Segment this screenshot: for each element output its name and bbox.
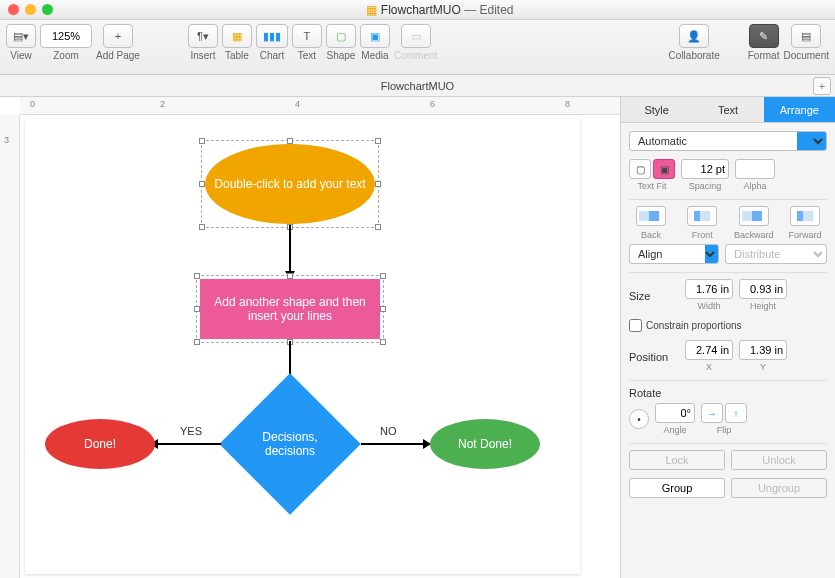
flowchart-process-rect[interactable]: Add another shape and then insert your l… xyxy=(200,279,380,339)
comment-icon: ▭ xyxy=(411,30,421,43)
flowchart-start-oval[interactable]: Double-click to add your text xyxy=(205,144,375,224)
document-tab[interactable]: FlowchartMUO xyxy=(381,80,454,92)
resize-handle[interactable] xyxy=(380,273,386,279)
document-button[interactable]: ▤ xyxy=(791,24,821,48)
align-select[interactable]: Align xyxy=(629,244,719,264)
main-area: 0 2 4 6 8 3 Double-click to add your tex… xyxy=(0,97,835,578)
window-controls xyxy=(8,4,53,15)
text-fit-auto-button[interactable]: ▣ xyxy=(653,159,675,179)
zoom-input[interactable] xyxy=(40,24,92,48)
view-button[interactable]: ▤ ▾ xyxy=(6,24,36,48)
media-button[interactable]: ▣ xyxy=(360,24,390,48)
zoom-group: Zoom xyxy=(40,24,92,61)
document-name: FlowchartMUO xyxy=(381,3,461,17)
insert-button[interactable]: ¶ ▾ xyxy=(188,24,218,48)
size-label: Size xyxy=(629,290,679,302)
view-icon: ▤ xyxy=(13,30,23,43)
close-icon[interactable] xyxy=(8,4,19,15)
collaborate-icon: 👤 xyxy=(687,30,701,43)
ungroup-button[interactable]: Ungroup xyxy=(731,478,827,498)
ruler-horizontal: 0 2 4 6 8 xyxy=(20,97,620,115)
format-label: Format xyxy=(748,50,780,61)
add-page-button[interactable]: + xyxy=(103,24,133,48)
text-wrap-select[interactable]: Automatic xyxy=(629,131,827,151)
resize-handle[interactable] xyxy=(380,306,386,312)
group-button[interactable]: Group xyxy=(629,478,725,498)
arrow-connector[interactable] xyxy=(157,443,221,445)
arrow-connector[interactable] xyxy=(289,225,291,273)
add-page-label: Add Page xyxy=(96,50,140,61)
table-icon: ▦ xyxy=(232,30,242,43)
comment-button[interactable]: ▭ xyxy=(401,24,431,48)
chart-button[interactable]: ▮▮▮ xyxy=(256,24,288,48)
resize-handle[interactable] xyxy=(199,224,205,230)
unlock-button[interactable]: Unlock xyxy=(731,450,827,470)
minimize-icon[interactable] xyxy=(25,4,36,15)
tab-style[interactable]: Style xyxy=(621,97,692,123)
decision-label-no: NO xyxy=(380,425,397,437)
flip-vertical-button[interactable]: ↑ xyxy=(725,403,747,423)
page[interactable]: Double-click to add your text Add anothe… xyxy=(25,119,580,574)
lock-button[interactable]: Lock xyxy=(629,450,725,470)
collaborate-button[interactable]: 👤 xyxy=(679,24,709,48)
zoom-label: Zoom xyxy=(53,50,79,61)
resize-handle[interactable] xyxy=(375,138,381,144)
text-fit-none-button[interactable]: ▢ xyxy=(629,159,651,179)
height-input[interactable] xyxy=(739,279,787,299)
tab-arrange[interactable]: Arrange xyxy=(764,97,835,123)
front-label: Front xyxy=(692,230,713,240)
comment-label: Comment xyxy=(394,50,437,61)
flip-label: Flip xyxy=(717,425,732,435)
document-status: Edited xyxy=(480,3,514,17)
send-backward-button[interactable] xyxy=(739,206,769,226)
resize-handle[interactable] xyxy=(380,339,386,345)
flowchart-decision-diamond[interactable]: Decisions, decisions xyxy=(219,373,360,514)
bring-forward-button[interactable] xyxy=(790,206,820,226)
canvas[interactable]: 0 2 4 6 8 3 Double-click to add your tex… xyxy=(0,97,620,578)
angle-input[interactable] xyxy=(655,403,695,423)
toolbar: ▤ ▾ View Zoom + Add Page ¶ ▾Insert ▦Tabl… xyxy=(0,20,835,75)
text-button[interactable]: T xyxy=(292,24,322,48)
resize-handle[interactable] xyxy=(199,138,205,144)
text-fit-label: Text Fit xyxy=(637,181,666,191)
width-label: Width xyxy=(697,301,720,311)
shape-label: Shape xyxy=(326,50,355,61)
constrain-label: Constrain proportions xyxy=(646,320,742,331)
width-input[interactable] xyxy=(685,279,733,299)
x-input[interactable] xyxy=(685,340,733,360)
resize-handle[interactable] xyxy=(375,181,381,187)
flip-horizontal-button[interactable]: → xyxy=(701,403,723,423)
bring-front-button[interactable] xyxy=(687,206,717,226)
insert-label: Insert xyxy=(190,50,215,61)
media-icon: ▣ xyxy=(370,30,380,43)
resize-handle[interactable] xyxy=(194,339,200,345)
window-title: ▦ FlowchartMUO — Edited xyxy=(53,3,827,17)
shape-button[interactable]: ▢ xyxy=(326,24,356,48)
inspector-body: Automatic ▢▣Text Fit Spacing Alpha Back … xyxy=(621,123,835,514)
distribute-select[interactable]: Distribute xyxy=(725,244,827,264)
position-label: Position xyxy=(629,351,679,363)
alpha-input[interactable] xyxy=(735,159,775,179)
fullscreen-icon[interactable] xyxy=(42,4,53,15)
send-back-button[interactable] xyxy=(636,206,666,226)
spacing-input[interactable] xyxy=(681,159,729,179)
text-label: Text xyxy=(298,50,316,61)
flowchart-end-notdone[interactable]: Not Done! xyxy=(430,419,540,469)
media-label: Media xyxy=(361,50,388,61)
rotate-dial[interactable]: • xyxy=(629,409,649,429)
shape-icon: ▢ xyxy=(336,30,346,43)
document-tab-bar: FlowchartMUO + xyxy=(0,75,835,97)
add-tab-button[interactable]: + xyxy=(813,77,831,95)
inspector-panel: Style Text Arrange Automatic ▢▣Text Fit … xyxy=(620,97,835,578)
table-button[interactable]: ▦ xyxy=(222,24,252,48)
y-input[interactable] xyxy=(739,340,787,360)
arrow-connector[interactable] xyxy=(361,443,425,445)
tab-text[interactable]: Text xyxy=(692,97,763,123)
resize-handle[interactable] xyxy=(375,224,381,230)
constrain-checkbox[interactable] xyxy=(629,319,642,332)
height-label: Height xyxy=(750,301,776,311)
format-button[interactable]: ✎ xyxy=(749,24,779,48)
back-label: Back xyxy=(641,230,661,240)
titlebar: ▦ FlowchartMUO — Edited xyxy=(0,0,835,20)
flowchart-end-done[interactable]: Done! xyxy=(45,419,155,469)
